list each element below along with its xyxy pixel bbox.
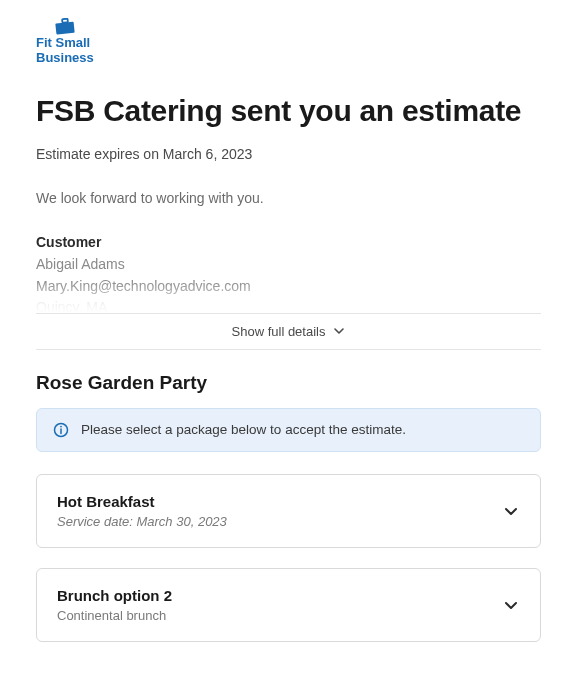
package-title: Hot Breakfast — [57, 493, 227, 510]
chevron-down-icon — [502, 596, 520, 614]
page-title: FSB Catering sent you an estimate — [36, 94, 541, 128]
brand-logo: Fit Small Business — [36, 18, 94, 66]
package-card[interactable]: Brunch option 2Continental brunch — [36, 568, 541, 642]
logo-text-line2: Business — [36, 51, 94, 66]
logo-text-line1: Fit Small — [36, 36, 94, 51]
info-banner-text: Please select a package below to accept … — [81, 422, 406, 437]
svg-rect-0 — [55, 22, 74, 35]
estimate-expiry: Estimate expires on March 6, 2023 — [36, 146, 541, 162]
package-card[interactable]: Hot BreakfastService date: March 30, 202… — [36, 474, 541, 548]
customer-name: Abigail Adams — [36, 254, 541, 276]
intro-message: We look forward to working with you. — [36, 190, 541, 206]
chevron-down-icon — [502, 502, 520, 520]
section-title: Rose Garden Party — [36, 372, 541, 394]
show-details-label: Show full details — [232, 324, 326, 339]
show-full-details-toggle[interactable]: Show full details — [36, 313, 541, 350]
briefcase-icon — [54, 18, 76, 34]
package-subtitle: Service date: March 30, 2023 — [57, 514, 227, 529]
customer-email: Mary.King@technologyadvice.com — [36, 276, 541, 298]
customer-heading: Customer — [36, 234, 541, 250]
customer-details: Customer Abigail Adams Mary.King@technol… — [36, 234, 541, 319]
chevron-down-icon — [333, 325, 345, 337]
package-title: Brunch option 2 — [57, 587, 172, 604]
package-subtitle: Continental brunch — [57, 608, 172, 623]
info-banner: Please select a package below to accept … — [36, 408, 541, 452]
info-icon — [53, 422, 69, 438]
svg-point-4 — [60, 426, 62, 428]
svg-rect-1 — [62, 19, 68, 23]
